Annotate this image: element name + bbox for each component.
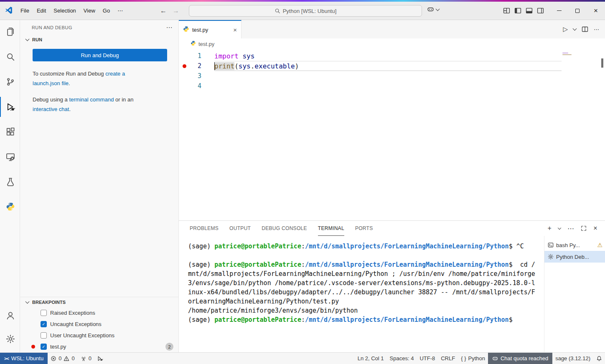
ports-status[interactable]: 0	[78, 353, 94, 364]
editor-actions: ▷ ⋯	[563, 20, 605, 38]
extensions-icon	[6, 127, 15, 136]
toggle-secondary-sidebar-icon[interactable]	[537, 7, 544, 14]
editor-code-area[interactable]: 1 import sys 2 print(sys.executable) 3 4	[179, 49, 605, 220]
line-number: 3	[190, 72, 201, 80]
tab-terminal[interactable]: TERMINAL	[318, 221, 344, 236]
close-tab-icon[interactable]: ×	[233, 26, 237, 33]
minimize-button[interactable]	[550, 2, 568, 20]
cursor-position-label: Ln 2, Col 1	[358, 355, 384, 361]
menu-edit[interactable]: Edit	[33, 5, 50, 16]
prompt-path: /mnt/d/smallprojects/ForLearningMachineL…	[305, 261, 509, 268]
chevron-down-icon	[436, 7, 440, 11]
notifications-button[interactable]	[593, 353, 605, 364]
remote-indicator[interactable]: >< WSL: Ubuntu	[0, 353, 48, 364]
prompt-path: /mnt/d/smallprojects/ForLearningMachineL…	[305, 243, 509, 250]
activity-remote-explorer[interactable]	[0, 147, 20, 167]
terminal-output[interactable]: (sage) patrice@portablePatrice:/mnt/d/sm…	[179, 236, 544, 352]
tab-ports[interactable]: PORTS	[355, 221, 373, 236]
menu-go[interactable]: Go	[99, 5, 114, 16]
language-mode[interactable]: { }Python	[458, 353, 488, 364]
close-window-button[interactable]: ×	[587, 2, 605, 20]
breakpoint-label: Raised Exceptions	[50, 310, 95, 316]
scrollbar-thumb[interactable]	[601, 58, 603, 68]
editor-gutter[interactable]: 1	[179, 51, 214, 61]
uncaught-exceptions-checkbox[interactable]: ✓	[41, 321, 47, 327]
minimap[interactable]	[562, 53, 573, 56]
editor-gutter[interactable]: 2	[179, 61, 214, 71]
forward-button[interactable]: →	[173, 7, 179, 15]
views-more-actions-icon[interactable]: ⋯	[166, 24, 173, 31]
run-options-chevron-icon[interactable]	[573, 27, 577, 31]
indentation[interactable]: Spaces: 4	[387, 353, 417, 364]
split-editor-icon[interactable]	[582, 26, 588, 33]
command-center-search[interactable]: Python [WSL: Ubuntu]	[189, 5, 422, 17]
breadcrumb-item[interactable]: test.py	[198, 41, 214, 47]
menu-file[interactable]: File	[17, 5, 33, 16]
activity-search[interactable]	[0, 47, 20, 67]
encoding-label: UTF-8	[419, 355, 435, 361]
menu-more[interactable]: ⋯	[114, 5, 127, 16]
menu-selection[interactable]: Selection	[50, 5, 79, 16]
minimap-line	[562, 54, 572, 55]
menu-view[interactable]: View	[80, 5, 99, 16]
breakpoints-title: BREAKPOINTS	[32, 300, 66, 305]
layout-controls	[503, 7, 544, 14]
breakpoint-row-user-uncaught-exceptions[interactable]: User Uncaught Exceptions	[20, 330, 178, 341]
sidebar-title: RUN AND DEBUG	[32, 25, 72, 30]
breakpoint-dot-icon[interactable]	[183, 64, 186, 68]
breakpoints-section-header[interactable]: BREAKPOINTS	[20, 297, 178, 307]
accounts-button[interactable]	[0, 306, 20, 326]
chat-quota-label: Chat quota reached	[501, 355, 548, 361]
editor-gutter[interactable]: 3	[179, 71, 214, 81]
maximize-panel-icon[interactable]	[581, 225, 587, 231]
run-section-header[interactable]: RUN	[20, 35, 178, 45]
terminal-item-python-debug[interactable]: Python Deb...	[544, 251, 605, 263]
problems-status[interactable]: 0 0	[48, 353, 77, 364]
python-interpreter[interactable]: sage (3.12.12)	[552, 353, 593, 364]
customize-layout-icon[interactable]	[503, 7, 510, 14]
tab-testpy[interactable]: test.py ×	[179, 20, 241, 38]
eol-sequence[interactable]: CRLF	[438, 353, 458, 364]
encoding[interactable]: UTF-8	[417, 353, 438, 364]
breakpoint-row-raised-exceptions[interactable]: Raised Exceptions	[20, 307, 178, 318]
terminal-launch-chevron-icon[interactable]	[558, 226, 561, 229]
testpy-breakpoint-checkbox[interactable]: ✓	[41, 344, 47, 350]
user-uncaught-exceptions-checkbox[interactable]	[41, 332, 47, 339]
debug-hint-text: Debug using a terminal command or in an …	[33, 95, 152, 114]
toggle-panel-icon[interactable]	[526, 7, 533, 14]
cursor-position[interactable]: Ln 2, Col 1	[355, 353, 387, 364]
activity-run-and-debug[interactable]	[0, 97, 20, 117]
raised-exceptions-checkbox[interactable]	[41, 310, 47, 316]
activity-extensions[interactable]	[0, 122, 20, 142]
tab-problems[interactable]: PROBLEMS	[190, 221, 219, 236]
command-center-label: Python [WSL: Ubuntu]	[283, 8, 337, 14]
breakpoint-row-uncaught-exceptions[interactable]: ✓ Uncaught Exceptions	[20, 318, 178, 330]
terminal-item-bash[interactable]: bash Py... ⚠	[544, 239, 605, 251]
debug-status[interactable]	[94, 353, 106, 364]
tab-debug-console[interactable]: DEBUG CONSOLE	[262, 221, 307, 236]
toggle-primary-sidebar-icon[interactable]	[514, 7, 521, 14]
remote-label: WSL: Ubuntu	[11, 355, 43, 361]
copilot-button[interactable]	[427, 6, 439, 13]
panel-more-actions-icon[interactable]: ⋯	[567, 225, 574, 233]
terminal-command-link[interactable]: terminal command	[69, 96, 114, 103]
run-python-file-button[interactable]: ▷	[563, 25, 568, 33]
activity-source-control[interactable]	[0, 72, 20, 92]
editor-gutter[interactable]: 4	[179, 81, 214, 91]
activity-python[interactable]	[0, 197, 20, 217]
tab-output[interactable]: OUTPUT	[229, 221, 251, 236]
run-and-debug-button[interactable]: Run and Debug	[33, 49, 167, 61]
menubar: File Edit Selection View Go ⋯	[17, 5, 127, 16]
chat-quota-status[interactable]: Chat quota reached	[488, 353, 552, 364]
activity-explorer[interactable]	[0, 22, 20, 42]
activity-testing[interactable]	[0, 172, 20, 192]
run-section-label: RUN	[32, 37, 42, 42]
close-panel-icon[interactable]: ×	[593, 225, 597, 232]
maximize-button[interactable]	[568, 2, 587, 20]
breakpoint-row-testpy[interactable]: ✓ test.py 2	[20, 341, 178, 352]
back-button[interactable]: ←	[160, 7, 167, 15]
settings-button[interactable]	[0, 329, 20, 349]
editor-more-actions-icon[interactable]: ⋯	[594, 26, 599, 33]
new-terminal-icon[interactable]: +	[547, 225, 552, 232]
interactive-chat-link[interactable]: interactive chat	[33, 106, 69, 112]
